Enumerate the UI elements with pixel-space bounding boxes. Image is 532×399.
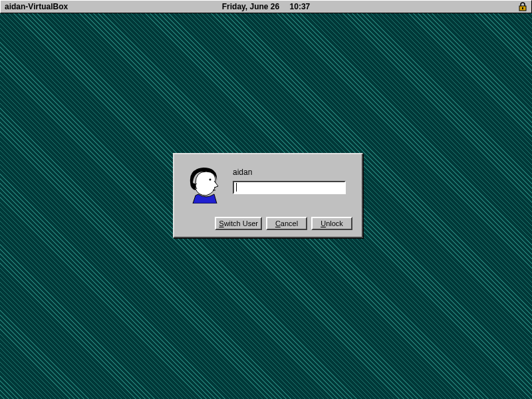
switch-user-mnemonic: S [219, 219, 223, 227]
hostname-label: aidan-VirtualBox [5, 2, 68, 11]
user-avatar-icon [184, 164, 223, 203]
switch-user-rest: witch User [224, 219, 258, 227]
time-label: 10:37 [290, 2, 311, 11]
date-label: Friday, June 26 [222, 2, 279, 11]
clock-area: Friday, June 26 10:37 [222, 2, 311, 11]
cancel-button[interactable]: Cancel [266, 217, 307, 230]
user-row: aidan [184, 164, 352, 203]
desktop-background: aidan Switch User Cancel Unlock [0, 13, 532, 399]
top-menubar: aidan-VirtualBox Friday, June 26 10:37 [0, 0, 532, 13]
cancel-rest: ancel [281, 219, 298, 227]
unlock-button[interactable]: Unlock [311, 217, 352, 230]
switch-user-button[interactable]: Switch User [215, 217, 262, 230]
dialog-button-row: Switch User Cancel Unlock [184, 217, 352, 230]
password-input[interactable] [233, 181, 346, 194]
unlock-rest: nlock [326, 219, 343, 227]
svg-rect-1 [522, 7, 523, 9]
credentials-area: aidan [233, 164, 352, 194]
username-label: aidan [233, 168, 352, 177]
unlock-mnemonic: U [321, 219, 326, 227]
text-caret [236, 183, 237, 192]
svg-point-2 [209, 179, 211, 181]
lock-icon[interactable] [518, 2, 527, 11]
unlock-dialog: aidan Switch User Cancel Unlock [173, 153, 363, 238]
password-field-wrap [233, 181, 346, 194]
cancel-mnemonic: C [275, 219, 281, 227]
